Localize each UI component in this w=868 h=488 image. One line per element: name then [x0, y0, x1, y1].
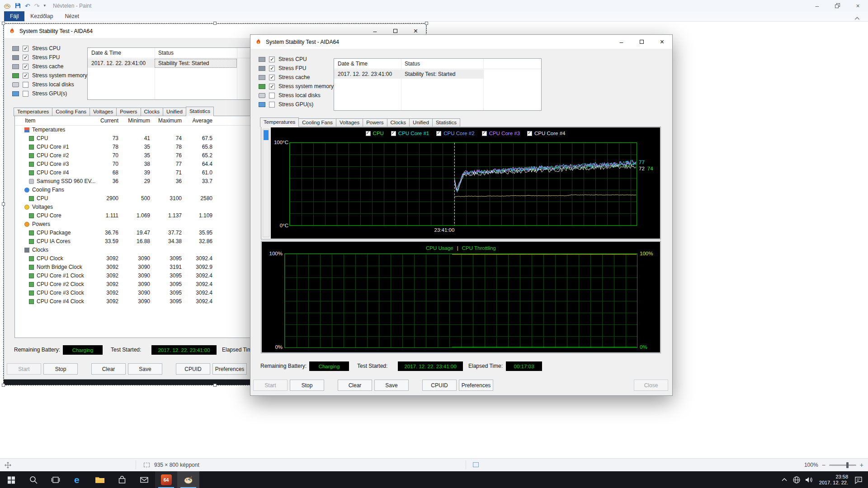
- taskbar-aida64[interactable]: 64: [155, 471, 177, 488]
- selection-handle[interactable]: [425, 22, 428, 25]
- tab[interactable]: Voltages: [336, 118, 363, 127]
- graph-scale-slider[interactable]: [263, 129, 269, 237]
- selection-handle[interactable]: [213, 22, 217, 25]
- stress-checkbox[interactable]: [23, 46, 28, 52]
- log-col-status[interactable]: Status: [401, 59, 541, 69]
- log-row[interactable]: 2017. 12. 22. 23:41:00 Stability Test: S…: [334, 70, 483, 79]
- row-minimum: 3090: [118, 290, 150, 296]
- zoom-out-icon[interactable]: −: [822, 461, 826, 469]
- save-icon[interactable]: [15, 3, 21, 9]
- tab[interactable]: Voltages: [90, 108, 117, 116]
- paint-restore-button[interactable]: [827, 0, 848, 11]
- tab[interactable]: Unified: [409, 118, 433, 127]
- col-maximum[interactable]: Maximum: [150, 117, 182, 124]
- qat-dropdown-icon[interactable]: ▾: [43, 4, 46, 8]
- usage-title-part: |: [457, 245, 458, 251]
- stress-checkbox[interactable]: [269, 66, 275, 71]
- ribbon-collapse-icon[interactable]: [854, 14, 860, 22]
- taskbar-search[interactable]: [22, 471, 44, 488]
- col-minimum[interactable]: Minimum: [118, 117, 150, 124]
- legend-checkbox[interactable]: [366, 131, 371, 136]
- tab[interactable]: Temperatures: [260, 117, 299, 127]
- paint-close-button[interactable]: ×: [848, 0, 868, 11]
- selection-handle[interactable]: [2, 202, 5, 206]
- zoom-slider[interactable]: [829, 465, 856, 466]
- action-button[interactable]: Stop: [43, 363, 78, 375]
- tab[interactable]: Cooling Fans: [52, 108, 90, 116]
- paint-minimize-button[interactable]: –: [807, 0, 827, 11]
- task-view-button[interactable]: [44, 471, 66, 488]
- tab[interactable]: Temperatures: [14, 108, 52, 116]
- taskbar-paint[interactable]: [177, 471, 199, 488]
- action-button[interactable]: Start: [253, 380, 288, 391]
- selection-handle[interactable]: [2, 22, 5, 25]
- stress-checkbox[interactable]: [269, 102, 275, 108]
- tab[interactable]: Statistics: [432, 118, 460, 127]
- ribbon-tab[interactable]: Fájl: [4, 11, 24, 21]
- col-item[interactable]: Item: [25, 117, 35, 124]
- legend-checkbox[interactable]: [527, 131, 532, 136]
- undo-icon[interactable]: ↶: [25, 3, 30, 9]
- log-col-datetime[interactable]: Date & Time: [88, 48, 155, 58]
- stress-checkbox[interactable]: [269, 84, 275, 89]
- taskbar-store[interactable]: [111, 471, 133, 488]
- stress-checkbox[interactable]: [23, 91, 28, 97]
- stress-checkbox[interactable]: [23, 55, 28, 61]
- action-button[interactable]: Preferences: [212, 363, 247, 375]
- hidden-icons-button[interactable]: [778, 471, 791, 488]
- action-button[interactable]: Clear: [338, 380, 372, 391]
- zoom-slider-thumb[interactable]: [846, 462, 849, 468]
- action-button[interactable]: CPUID: [176, 363, 210, 375]
- row-label: CPU IA Cores: [37, 238, 71, 244]
- col-current[interactable]: Current: [87, 117, 118, 124]
- stress-checkbox[interactable]: [269, 75, 275, 80]
- action-button[interactable]: Start: [7, 363, 41, 375]
- stress-checkbox[interactable]: [269, 93, 275, 99]
- action-button[interactable]: Preferences: [459, 380, 493, 391]
- col-average[interactable]: Average: [181, 117, 212, 124]
- action-button[interactable]: CPUID: [422, 380, 457, 391]
- network-tray-button[interactable]: [791, 471, 803, 488]
- taskbar-file-explorer[interactable]: [89, 471, 111, 488]
- action-button[interactable]: Save: [374, 380, 409, 391]
- tab[interactable]: Statistics: [186, 107, 214, 116]
- action-center-button[interactable]: [852, 471, 864, 488]
- volume-tray-button[interactable]: [803, 471, 815, 488]
- stress-checkbox[interactable]: [23, 82, 28, 88]
- tab[interactable]: Clocks: [141, 108, 164, 116]
- redo-icon[interactable]: ↷: [34, 3, 40, 9]
- action-button[interactable]: Stop: [290, 380, 324, 391]
- stress-checkbox[interactable]: [23, 64, 28, 70]
- legend-checkbox[interactable]: [391, 131, 396, 136]
- taskbar-mail[interactable]: [133, 471, 155, 488]
- tab[interactable]: Clocks: [387, 118, 410, 127]
- tab[interactable]: Powers: [116, 108, 141, 116]
- ribbon-tab[interactable]: Nézet: [59, 11, 85, 21]
- selection-handle[interactable]: [2, 384, 5, 387]
- taskbar-clock[interactable]: 23:58 2017. 12. 22.: [815, 474, 852, 486]
- selection-handle[interactable]: [213, 384, 217, 387]
- log-col-datetime[interactable]: Date & Time: [334, 59, 401, 69]
- stress-checkbox[interactable]: [23, 73, 28, 79]
- tab[interactable]: Cooling Fans: [298, 118, 336, 127]
- close-button[interactable]: ×: [652, 35, 672, 49]
- ribbon-tab[interactable]: Kezdőlap: [24, 11, 59, 21]
- zoom-in-icon[interactable]: +: [860, 461, 863, 469]
- log-row[interactable]: 2017. 12. 22. 23:41:00 Stability Test: S…: [88, 59, 237, 68]
- slider-thumb[interactable]: [264, 130, 269, 140]
- tab[interactable]: Powers: [363, 118, 387, 127]
- tab[interactable]: Unified: [163, 108, 186, 116]
- start-button[interactable]: [0, 471, 22, 488]
- minimize-button[interactable]: –: [611, 35, 632, 49]
- legend-checkbox[interactable]: [482, 131, 487, 136]
- battery-label: Remaining Battery:: [260, 363, 307, 369]
- y-axis-max-label: 100°C: [272, 140, 288, 145]
- store-icon: [117, 475, 127, 485]
- legend-checkbox[interactable]: [436, 131, 441, 136]
- taskbar-edge[interactable]: e: [66, 471, 89, 488]
- action-button[interactable]: Clear: [91, 363, 126, 375]
- action-button[interactable]: Save: [128, 363, 162, 375]
- maximize-button[interactable]: [632, 35, 652, 49]
- stress-checkbox[interactable]: [269, 56, 275, 62]
- close-action-button[interactable]: Close: [634, 380, 668, 391]
